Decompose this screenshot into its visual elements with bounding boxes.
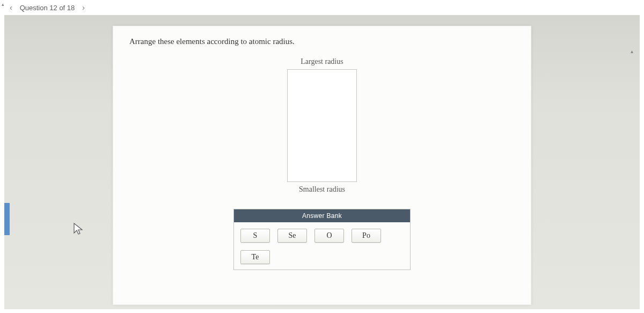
next-question-button[interactable]: ›	[82, 3, 85, 12]
largest-label: Largest radius	[301, 57, 343, 66]
element-tile[interactable]: Po	[352, 229, 381, 243]
smallest-label: Smallest radius	[299, 185, 345, 194]
element-tile[interactable]: S	[240, 229, 270, 243]
answer-bank-items: S Se O Po Te	[234, 222, 410, 270]
content-outer: ▴ Arrange these elements according to at…	[4, 15, 640, 309]
element-tile[interactable]: Se	[277, 229, 307, 243]
left-accent-bar	[4, 203, 10, 235]
ranking-drop-zone[interactable]	[287, 69, 357, 182]
answer-bank: Answer Bank S Se O Po Te	[233, 209, 411, 270]
page-wrapper: ▴ ‹ Question 12 of 18 › ▴ Arrange these …	[0, 0, 644, 313]
scrollbar-up-icon[interactable]: ▴	[2, 2, 7, 7]
question-prompt: Arrange these elements according to atom…	[129, 37, 515, 46]
cursor-icon	[73, 222, 85, 238]
element-tile[interactable]: Te	[240, 250, 270, 264]
prev-question-button[interactable]: ‹	[10, 3, 12, 12]
content-scroll-up-icon[interactable]: ▴	[631, 48, 633, 54]
question-nav: ‹ Question 12 of 18 ›	[0, 0, 644, 15]
answer-bank-header: Answer Bank	[234, 209, 410, 222]
question-counter-label: Question 12 of 18	[20, 4, 75, 12]
element-tile[interactable]: O	[314, 229, 344, 243]
question-paper: Arrange these elements according to atom…	[113, 26, 531, 305]
ranking-area: Largest radius Smallest radius	[129, 54, 515, 197]
